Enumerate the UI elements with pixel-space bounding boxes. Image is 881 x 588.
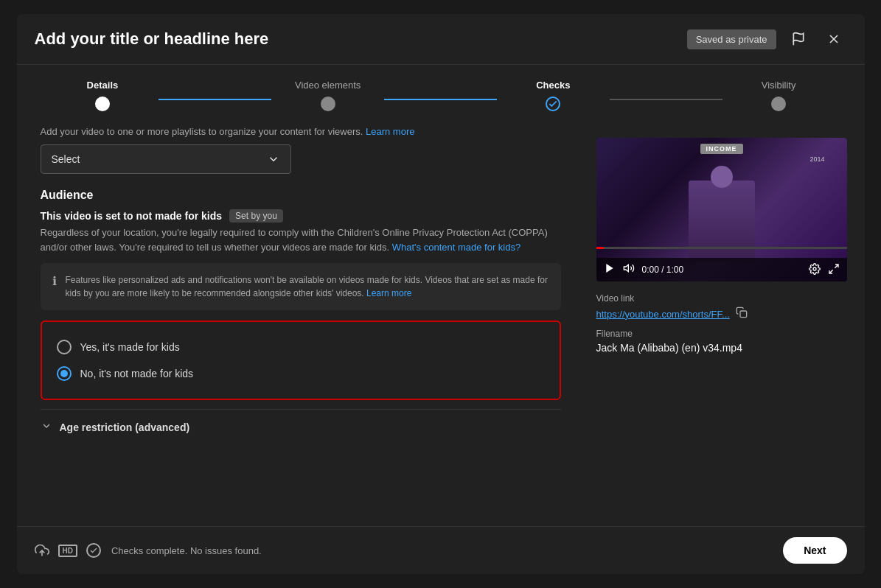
footer-icons: HD xyxy=(35,543,101,558)
step-video-elements-label: Video elements xyxy=(295,80,361,91)
income-label: INCOME xyxy=(700,144,743,154)
step-checks-label: Checks xyxy=(536,80,570,91)
info-icon: ℹ xyxy=(52,274,57,300)
fullscreen-icon[interactable] xyxy=(828,263,840,277)
year-label: 2014 xyxy=(809,155,824,163)
volume-button[interactable] xyxy=(623,262,635,277)
svg-marker-3 xyxy=(606,264,613,273)
svg-marker-4 xyxy=(624,265,628,271)
main-content: Add your video to one or more playlists … xyxy=(17,126,585,526)
header-actions: Saved as private xyxy=(687,26,847,52)
step-details-label: Details xyxy=(87,80,119,91)
audience-subtitle: This video is set to not made for kids S… xyxy=(41,209,561,223)
radio-section: Yes, it's made for kids No, it's not mad… xyxy=(41,321,561,400)
filename-section: Filename Jack Ma (Alibaba) (en) v34.mp4 xyxy=(596,329,847,354)
saved-badge: Saved as private xyxy=(687,29,776,49)
audience-title: Audience xyxy=(41,189,561,202)
audience-subtitle-text: This video is set to not made for kids xyxy=(41,210,223,222)
side-panel: INCOME 2014 xyxy=(585,126,865,526)
svg-rect-8 xyxy=(740,311,747,318)
info-box: ℹ Features like personalized ads and not… xyxy=(41,263,561,310)
chevron-down-icon xyxy=(41,420,52,434)
step-video-elements: Video elements xyxy=(271,80,384,111)
svg-line-6 xyxy=(835,265,838,268)
progress-track xyxy=(596,247,847,249)
radio-yes[interactable]: Yes, it's made for kids xyxy=(57,334,545,360)
modal-header: Add your title or headline here Saved as… xyxy=(17,14,865,65)
step-details-circle xyxy=(95,97,110,111)
info-text: Features like personalized ads and notif… xyxy=(66,273,549,300)
step-visibility-label: Visibility xyxy=(762,80,796,91)
video-link-row: https://youtube.com/shorts/FF... xyxy=(596,307,847,321)
step-visibility: Visibility xyxy=(722,80,835,111)
svg-point-5 xyxy=(813,267,816,270)
step-checks: Checks xyxy=(497,80,610,111)
radio-no-circle xyxy=(57,366,72,381)
settings-icon[interactable] xyxy=(809,263,821,277)
modal-container: Add your title or headline here Saved as… xyxy=(17,14,865,574)
step-video-elements-circle xyxy=(321,97,335,111)
person-figure xyxy=(689,181,755,262)
set-by-you-badge: Set by you xyxy=(229,209,283,223)
age-restriction-label: Age restriction (advanced) xyxy=(60,421,190,433)
whats-content-link[interactable]: What's content made for kids? xyxy=(392,242,520,253)
radio-no[interactable]: No, it's not made for kids xyxy=(57,360,545,387)
head-shape xyxy=(711,166,733,188)
copy-icon[interactable] xyxy=(736,307,748,321)
audience-description: Regardless of your location, you're lega… xyxy=(41,225,561,254)
progress-fill xyxy=(596,247,604,249)
check-complete-icon xyxy=(86,543,101,558)
video-controls: 0:00 / 1:00 xyxy=(596,258,847,281)
flag-button[interactable] xyxy=(785,26,812,52)
modal-body: Add your video to one or more playlists … xyxy=(17,126,865,526)
filename-value: Jack Ma (Alibaba) (en) v34.mp4 xyxy=(596,342,847,354)
modal-title: Add your title or headline here xyxy=(35,29,687,49)
select-label: Select xyxy=(52,153,80,165)
stepper: Details Video elements Checks Visibility xyxy=(17,65,865,126)
video-link-section: Video link https://youtube.com/shorts/FF… xyxy=(596,293,847,321)
age-restriction[interactable]: Age restriction (advanced) xyxy=(41,409,561,444)
play-button[interactable] xyxy=(604,262,616,277)
video-preview: INCOME 2014 xyxy=(596,138,847,281)
radio-no-label: No, it's not made for kids xyxy=(80,368,194,379)
time-display: 0:00 / 1:00 xyxy=(642,265,684,275)
filename-title: Filename xyxy=(596,329,847,339)
video-link-title: Video link xyxy=(596,293,847,304)
next-button[interactable]: Next xyxy=(783,537,846,564)
video-link-url[interactable]: https://youtube.com/shorts/FF... xyxy=(596,309,730,320)
playlist-learn-more[interactable]: Learn more xyxy=(366,126,414,137)
connector-3 xyxy=(610,99,722,100)
radio-yes-circle xyxy=(57,340,72,354)
step-visibility-circle xyxy=(771,97,786,111)
connector-1 xyxy=(159,99,271,100)
footer-status: Checks complete. No issues found. xyxy=(111,545,773,556)
step-details: Details xyxy=(46,80,159,111)
learn-more-link[interactable]: Learn more xyxy=(366,288,411,298)
upload-icon[interactable] xyxy=(35,543,49,558)
playlist-intro: Add your video to one or more playlists … xyxy=(41,126,561,137)
step-checks-circle xyxy=(546,97,560,111)
playlist-select[interactable]: Select xyxy=(41,144,291,174)
svg-line-7 xyxy=(829,270,833,273)
radio-yes-label: Yes, it's made for kids xyxy=(80,341,180,353)
connector-2 xyxy=(384,99,497,100)
modal-footer: HD Checks complete. No issues found. Nex… xyxy=(17,526,865,574)
close-button[interactable] xyxy=(821,26,847,52)
hd-badge: HD xyxy=(58,545,77,557)
